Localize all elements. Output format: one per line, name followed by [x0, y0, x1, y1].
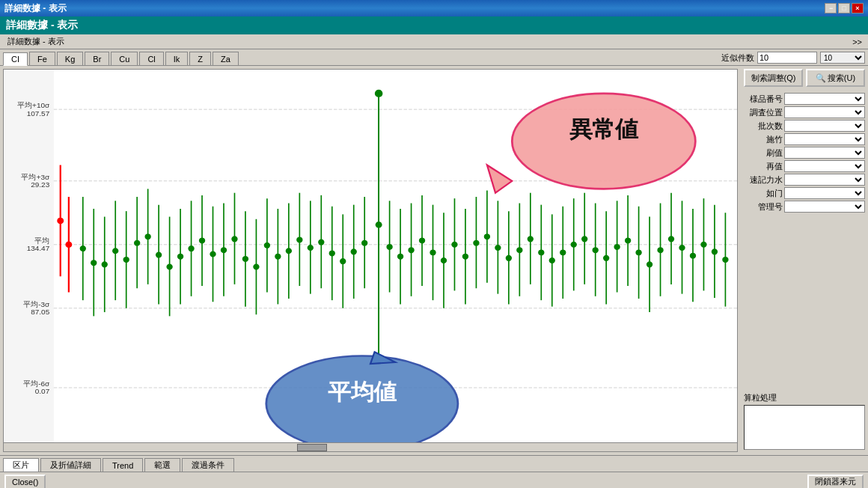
- svg-point-122: [614, 245, 620, 249]
- main-content: 平均+10σ 107.57 平均+3σ 29.23 平均 134.47 平均-3…: [0, 66, 868, 455]
- menu-bar: 詳細数據 - 表示 >>: [0, 34, 868, 49]
- svg-point-106: [528, 237, 533, 241]
- field-label-1: 調査位置: [744, 107, 783, 118]
- field-row-1: 調査位置: [744, 106, 865, 118]
- svg-point-76: [362, 240, 367, 245]
- svg-point-60: [275, 254, 281, 259]
- element-tab-za[interactable]: Za: [213, 52, 239, 65]
- field-row-5: 再值: [744, 160, 865, 172]
- maximize-button[interactable]: □: [838, 3, 850, 13]
- field-label-2: 批次数: [744, 121, 783, 132]
- window-controls: － □ ×: [825, 3, 864, 13]
- field-select-3[interactable]: [784, 133, 865, 145]
- svg-point-66: [308, 245, 313, 250]
- svg-text:29.23: 29.23: [31, 180, 50, 189]
- svg-text:107.57: 107.57: [27, 109, 50, 118]
- page-title: 詳細數據 - 表示: [6, 19, 78, 32]
- svg-point-56: [254, 264, 259, 269]
- field-row-0: 様品番号: [744, 93, 865, 105]
- svg-point-134: [679, 245, 685, 250]
- svg-point-20: [65, 242, 72, 248]
- svg-point-44: [189, 246, 194, 251]
- element-tab-cl[interactable]: Cl: [139, 52, 163, 65]
- svg-point-132: [669, 237, 674, 241]
- field-select-2[interactable]: [784, 120, 865, 132]
- svg-point-80: [387, 245, 392, 249]
- chart-area: 平均+10σ 107.57 平均+3σ 29.23 平均 134.47 平均-3…: [3, 69, 738, 452]
- field-row-6: 速記力水: [744, 174, 865, 186]
- bottom-tab-区片[interactable]: 区片: [3, 458, 39, 472]
- footer: Close() 閉鎖器来元: [0, 472, 868, 488]
- svg-point-140: [712, 249, 718, 254]
- minimize-button[interactable]: －: [825, 3, 837, 13]
- close-button[interactable]: ×: [852, 3, 864, 13]
- chart-scrollbar[interactable]: [4, 442, 737, 451]
- element-tab-br[interactable]: Br: [85, 52, 109, 65]
- field-select-0[interactable]: [784, 93, 865, 105]
- svg-point-112: [560, 250, 566, 254]
- svg-point-74: [351, 249, 356, 254]
- svg-point-26: [91, 260, 97, 265]
- field-row-8: 管理号: [744, 201, 865, 213]
- search-select[interactable]: 10: [820, 52, 865, 64]
- bottom-tab-及折値詳細[interactable]: 及折値詳細: [40, 458, 101, 472]
- element-tab-z[interactable]: Z: [189, 52, 211, 65]
- bottom-tab-範選[interactable]: 範選: [144, 458, 180, 472]
- svg-point-58: [265, 243, 270, 248]
- svg-point-92: [452, 243, 457, 247]
- field-row-4: 刷值: [744, 147, 865, 159]
- svg-point-110: [549, 258, 554, 263]
- field-label-4: 刷值: [744, 147, 783, 159]
- field-select-8[interactable]: [784, 201, 865, 213]
- svg-point-96: [474, 240, 479, 245]
- svg-point-70: [329, 251, 334, 255]
- svg-point-24: [80, 246, 85, 251]
- svg-point-86: [420, 238, 425, 243]
- memo-label: 算粒処理: [744, 392, 865, 403]
- field-select-5[interactable]: [784, 160, 865, 172]
- svg-point-114: [571, 243, 576, 247]
- expand-icon[interactable]: >>: [852, 37, 865, 46]
- right-panel: 制索調整(Q) 🔍 搜索(U) 様品番号調査位置批次数施竹刷值再值速記力水如门管…: [741, 66, 868, 455]
- svg-point-82: [398, 254, 403, 259]
- svg-point-100: [495, 245, 501, 250]
- field-select-6[interactable]: [784, 174, 865, 186]
- right-fields: 様品番号調査位置批次数施竹刷值再值速記力水如门管理号: [744, 93, 865, 213]
- svg-point-38: [156, 252, 162, 257]
- element-tab-kg[interactable]: Kg: [57, 52, 83, 65]
- element-tab-cu[interactable]: Cu: [111, 52, 138, 65]
- svg-point-138: [701, 243, 706, 247]
- svg-point-42: [178, 254, 183, 259]
- search-button[interactable]: 🔍 搜索(U): [806, 69, 865, 87]
- svg-point-30: [113, 248, 118, 253]
- scrollbar-thumb[interactable]: [297, 444, 327, 451]
- memo-textarea[interactable]: [744, 405, 865, 450]
- svg-point-36: [145, 234, 150, 239]
- svg-point-34: [135, 240, 140, 245]
- chart-inner: 平均+10σ 107.57 平均+3σ 29.23 平均 134.47 平均-3…: [4, 70, 737, 451]
- close-source-button[interactable]: 閉鎖器来元: [807, 475, 864, 489]
- element-tab-fe[interactable]: Fe: [29, 52, 55, 65]
- field-select-4[interactable]: [784, 147, 865, 159]
- bottom-tab-Trend[interactable]: Trend: [103, 458, 143, 472]
- svg-point-18: [57, 218, 64, 225]
- bottom-tab-渡過条件[interactable]: 渡過条件: [182, 458, 234, 472]
- field-select-7[interactable]: [784, 187, 865, 199]
- close-button[interactable]: Close(): [4, 475, 46, 489]
- svg-point-64: [297, 237, 302, 242]
- svg-point-98: [485, 234, 490, 239]
- element-tabs: CIFeKgBrCuClIkZZa 近似件数 10: [0, 49, 868, 66]
- title-bar: 詳細数據 - 表示 － □ ×: [0, 0, 868, 16]
- svg-point-120: [604, 256, 609, 260]
- search-input[interactable]: [757, 52, 817, 64]
- svg-text:平均: 平均: [34, 237, 49, 245]
- reset-button[interactable]: 制索調整(Q): [744, 69, 803, 87]
- element-tab-ik[interactable]: Ik: [165, 52, 189, 65]
- element-tab-ci[interactable]: CI: [3, 52, 28, 66]
- memo-area: 算粒処理: [744, 392, 865, 452]
- field-select-1[interactable]: [784, 106, 865, 118]
- svg-point-116: [582, 237, 587, 241]
- page-title-bar: 詳細數據 - 表示: [0, 16, 868, 34]
- svg-point-88: [430, 250, 435, 254]
- svg-text:0.07: 0.07: [35, 388, 49, 396]
